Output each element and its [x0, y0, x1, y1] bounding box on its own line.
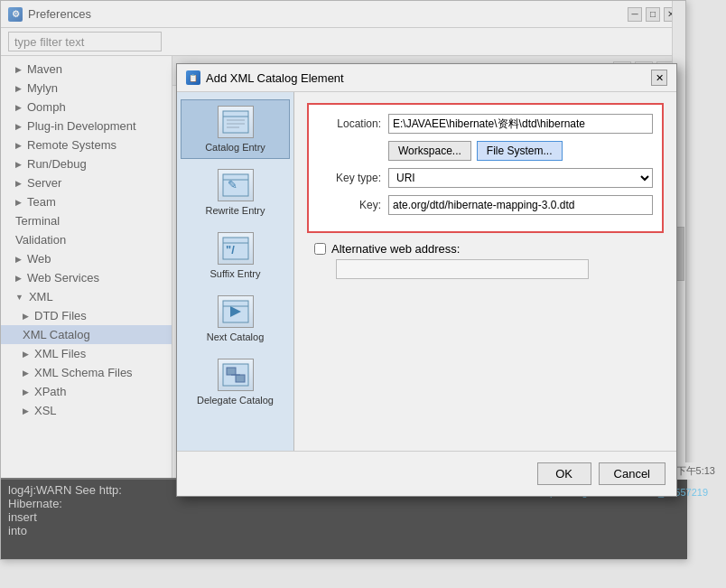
dialog-footer: OK Cancel [177, 451, 676, 496]
key-type-label: Key type: [318, 172, 381, 184]
dialog-title-left: 📋 Add XML Catalog Element [186, 70, 344, 85]
alt-web-input[interactable] [336, 259, 589, 279]
dialog-title: Add XML Catalog Element [206, 71, 344, 85]
alt-web-label: Alternative web address: [331, 242, 460, 256]
rewrite-entry-button[interactable]: ✎ Rewrite Entry [181, 163, 290, 222]
next-catalog-icon [218, 295, 254, 328]
alt-web-row: Alternative web address: [314, 242, 664, 256]
delegate-catalog-label: Delegate Catalog [197, 395, 274, 406]
cancel-button[interactable]: Cancel [599, 462, 666, 485]
dialog-right-panel: Location: Workspace... File System... Ke… [294, 92, 676, 452]
delegate-catalog-icon [218, 359, 254, 391]
key-label: Key: [318, 199, 381, 211]
ok-button[interactable]: OK [537, 462, 591, 485]
location-row: Location: [318, 114, 653, 134]
dialog-overlay: 📋 Add XML Catalog Element ✕ [0, 0, 726, 588]
dialog-title-icon: 📋 [186, 70, 200, 85]
svg-rect-0 [223, 111, 248, 133]
dialog-left-panel: Catalog Entry ✎ Rewrite Entry [177, 92, 294, 452]
next-catalog-label: Next Catalog [207, 331, 265, 342]
dialog-body: Catalog Entry ✎ Rewrite Entry [177, 92, 676, 452]
alt-web-checkbox[interactable] [314, 243, 326, 255]
workspace-button[interactable]: Workspace... [388, 141, 471, 161]
location-label: Location: [318, 117, 381, 130]
suffix-entry-icon: "/ [218, 232, 254, 265]
dialog-close-button[interactable]: ✕ [651, 70, 667, 86]
rewrite-entry-label: Rewrite Entry [205, 205, 265, 216]
svg-rect-16 [236, 375, 245, 382]
file-btn-row: Workspace... File System... [388, 141, 653, 161]
delegate-catalog-button[interactable]: Delegate Catalog [181, 352, 290, 412]
alt-web-input-row [332, 259, 664, 279]
catalog-entry-icon [218, 106, 254, 138]
file-system-button[interactable]: File System... [477, 141, 563, 161]
suffix-entry-button[interactable]: "/ Suffix Entry [181, 226, 290, 285]
key-type-select[interactable]: URI PUBLIC SYSTEM [388, 168, 653, 188]
rewrite-entry-icon: ✎ [218, 169, 254, 201]
dialog-title-bar: 📋 Add XML Catalog Element ✕ [177, 64, 676, 92]
key-type-row: Key type: URI PUBLIC SYSTEM [318, 168, 653, 188]
suffix-entry-label: Suffix Entry [209, 268, 260, 279]
svg-text:"/: "/ [226, 243, 235, 257]
location-input[interactable] [388, 114, 653, 134]
key-input[interactable] [388, 195, 653, 215]
svg-rect-15 [227, 368, 236, 375]
catalog-entry-button[interactable]: Catalog Entry [181, 99, 290, 159]
next-catalog-button[interactable]: Next Catalog [181, 289, 290, 349]
add-xml-catalog-dialog: 📋 Add XML Catalog Element ✕ [176, 63, 677, 497]
dialog-form: Location: Workspace... File System... Ke… [307, 103, 664, 233]
key-row: Key: [318, 195, 653, 215]
catalog-entry-label: Catalog Entry [205, 142, 265, 153]
